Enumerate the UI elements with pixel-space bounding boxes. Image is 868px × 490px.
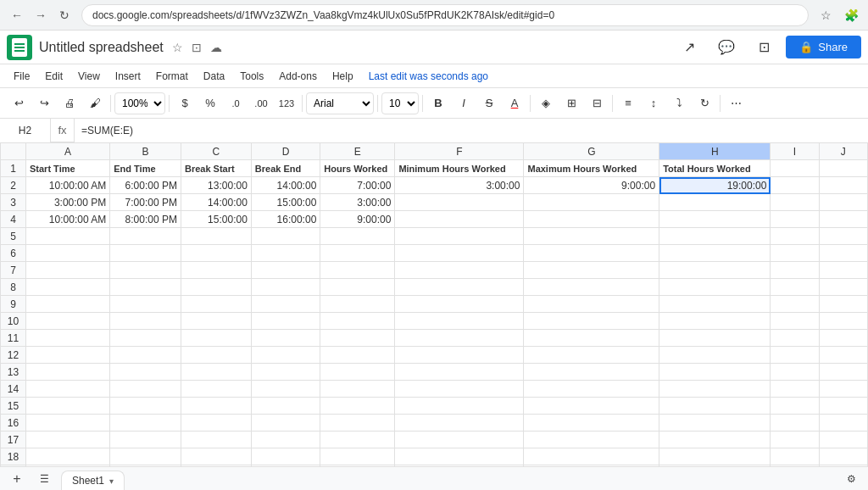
cell-H9[interactable]	[659, 296, 771, 313]
cell-E7[interactable]	[320, 262, 395, 279]
cell-J9[interactable]	[819, 296, 867, 313]
cell-B18[interactable]	[110, 448, 181, 465]
sheet1-tab[interactable]: Sheet1 ▾	[61, 471, 125, 491]
cell-I15[interactable]	[771, 398, 819, 415]
cell-J18[interactable]	[819, 448, 867, 465]
cell-E16[interactable]	[320, 415, 395, 432]
row-header-3[interactable]: 3	[1, 194, 26, 211]
row-header-14[interactable]: 14	[1, 381, 26, 398]
row-header-13[interactable]: 13	[1, 364, 26, 381]
cell-H16[interactable]	[659, 415, 771, 432]
menu-format[interactable]: Format	[149, 67, 195, 86]
menu-file[interactable]: File	[7, 67, 36, 86]
cell-A12[interactable]	[26, 347, 110, 364]
cell-D4[interactable]: 16:00:00	[251, 211, 320, 228]
cell-E11[interactable]	[320, 330, 395, 347]
row-header-19[interactable]: 19	[1, 465, 26, 467]
cloud-icon[interactable]: ☁	[209, 39, 224, 56]
grid-wrapper[interactable]: A B C D E F G H I J 1Start TimeEnd TimeB…	[0, 142, 868, 466]
cell-C3[interactable]: 14:00:00	[181, 194, 251, 211]
cell-F12[interactable]	[395, 347, 524, 364]
redo-button[interactable]: ↪	[32, 92, 56, 115]
history-button[interactable]: ↗	[674, 32, 704, 63]
cell-J3[interactable]	[819, 194, 867, 211]
cell-G16[interactable]	[524, 415, 659, 432]
cell-F11[interactable]	[395, 330, 524, 347]
col-header-b[interactable]: B	[110, 143, 181, 160]
zoom-select[interactable]: 100%	[114, 92, 165, 114]
cell-C8[interactable]	[181, 279, 251, 296]
cell-D8[interactable]	[251, 279, 320, 296]
cell-D5[interactable]	[251, 228, 320, 245]
cell-A14[interactable]	[26, 381, 110, 398]
col-header-a[interactable]: A	[26, 143, 110, 160]
decimal-decrease-button[interactable]: .0	[224, 92, 248, 115]
cell-F8[interactable]	[395, 279, 524, 296]
cell-J10[interactable]	[819, 313, 867, 330]
cell-C9[interactable]	[181, 296, 251, 313]
cell-J17[interactable]	[819, 432, 867, 448]
document-title[interactable]: Untitled spreadsheet	[39, 40, 164, 55]
comment-button[interactable]: 💬	[711, 32, 742, 63]
cell-E12[interactable]	[320, 347, 395, 364]
cell-E4[interactable]: 9:00:00	[320, 211, 395, 228]
cell-C10[interactable]	[181, 313, 251, 330]
cell-G4[interactable]	[524, 211, 659, 228]
merge-button[interactable]: ⊟	[585, 92, 609, 115]
row-header-1[interactable]: 1	[1, 160, 26, 177]
cell-C13[interactable]	[181, 364, 251, 381]
cell-reference-input[interactable]	[0, 119, 51, 142]
address-bar[interactable]	[81, 4, 809, 26]
cell-I5[interactable]	[771, 228, 819, 245]
cell-B3[interactable]: 7:00:00 PM	[110, 194, 181, 211]
cell-F10[interactable]	[395, 313, 524, 330]
cell-D16[interactable]	[251, 415, 320, 432]
cell-A15[interactable]	[26, 398, 110, 415]
cell-B14[interactable]	[110, 381, 181, 398]
cell-E19[interactable]	[320, 465, 395, 467]
row-header-11[interactable]: 11	[1, 330, 26, 347]
cell-D14[interactable]	[251, 381, 320, 398]
cell-G1[interactable]: Maximum Hours Worked	[524, 160, 659, 177]
cell-H3[interactable]	[659, 194, 771, 211]
print-button[interactable]: 🖨	[58, 92, 81, 115]
cell-J5[interactable]	[819, 228, 867, 245]
row-header-10[interactable]: 10	[1, 313, 26, 330]
cell-I18[interactable]	[771, 448, 819, 465]
cell-C17[interactable]	[181, 432, 251, 448]
cell-D2[interactable]: 14:00:00	[251, 177, 320, 194]
row-header-12[interactable]: 12	[1, 347, 26, 364]
cell-I19[interactable]	[771, 465, 819, 467]
cell-H4[interactable]	[659, 211, 771, 228]
cell-J14[interactable]	[819, 381, 867, 398]
cell-J12[interactable]	[819, 347, 867, 364]
cell-A6[interactable]	[26, 245, 110, 262]
cell-G5[interactable]	[524, 228, 659, 245]
cell-C1[interactable]: Break Start	[181, 160, 251, 177]
fill-color-button[interactable]: ◈	[534, 92, 558, 115]
cell-A17[interactable]	[26, 432, 110, 448]
menu-view[interactable]: View	[71, 67, 107, 86]
cell-J7[interactable]	[819, 262, 867, 279]
cell-I6[interactable]	[771, 245, 819, 262]
cell-A4[interactable]: 10:00:00 AM	[26, 211, 110, 228]
more-formats-button[interactable]: 123	[275, 92, 298, 115]
cell-G3[interactable]	[524, 194, 659, 211]
font-select[interactable]: Arial	[306, 92, 374, 114]
cell-A7[interactable]	[26, 262, 110, 279]
col-header-j[interactable]: J	[819, 143, 867, 160]
cell-H13[interactable]	[659, 364, 771, 381]
cell-H2[interactable]: 19:00:00	[659, 177, 771, 194]
font-size-select[interactable]: 10	[381, 92, 419, 114]
last-edit-status[interactable]: Last edit was seconds ago	[369, 70, 488, 82]
cell-I2[interactable]	[771, 177, 819, 194]
cell-E18[interactable]	[320, 448, 395, 465]
undo-button[interactable]: ↩	[7, 92, 31, 115]
star-icon[interactable]: ☆	[170, 39, 185, 56]
cell-E15[interactable]	[320, 398, 395, 415]
cell-A10[interactable]	[26, 313, 110, 330]
cell-F19[interactable]	[395, 465, 524, 467]
cell-J2[interactable]	[819, 177, 867, 194]
strikethrough-button[interactable]: S	[477, 92, 501, 115]
cell-F15[interactable]	[395, 398, 524, 415]
